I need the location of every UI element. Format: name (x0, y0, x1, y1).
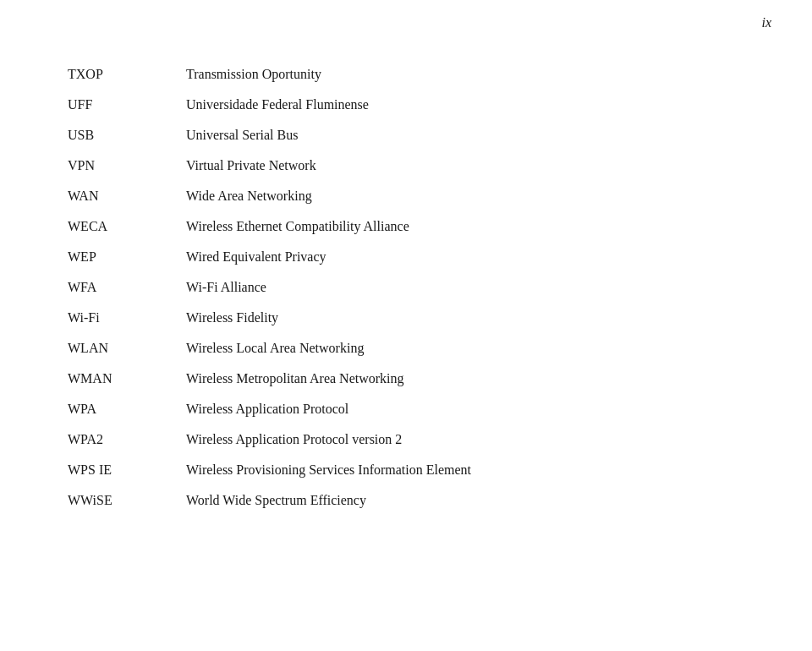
acronym-definition: Wireless Ethernet Compatibility Alliance (186, 211, 744, 242)
table-row: WANWide Area Networking (68, 181, 744, 211)
table-row: WMANWireless Metropolitan Area Networkin… (68, 364, 744, 394)
acronym-abbr: TXOP (68, 59, 186, 90)
table-row: WLANWireless Local Area Networking (68, 333, 744, 364)
acronym-abbr: WPA2 (68, 424, 186, 455)
table-row: WPS IEWireless Provisioning Services Inf… (68, 455, 744, 485)
acronym-definition: Universal Serial Bus (186, 120, 744, 150)
acronym-abbr: WEP (68, 242, 186, 272)
acronym-definition: Wired Equivalent Privacy (186, 242, 744, 272)
acronym-abbr: WMAN (68, 364, 186, 394)
acronym-abbr: WPS IE (68, 455, 186, 485)
acronym-abbr: USB (68, 120, 186, 150)
acronym-abbr: WLAN (68, 333, 186, 364)
acronym-definition: Wide Area Networking (186, 181, 744, 211)
acronym-abbr: WPA (68, 394, 186, 424)
acronym-definition: Wireless Provisioning Services Informati… (186, 455, 744, 485)
acronym-abbr: Wi-Fi (68, 303, 186, 333)
main-content: TXOPTransmission OportunityUFFUniversida… (0, 0, 812, 566)
table-row: WECAWireless Ethernet Compatibility Alli… (68, 211, 744, 242)
acronym-definition: Wireless Fidelity (186, 303, 744, 333)
acronym-table: TXOPTransmission OportunityUFFUniversida… (68, 59, 744, 516)
table-row: WPA2Wireless Application Protocol versio… (68, 424, 744, 455)
acronym-definition: Wireless Application Protocol (186, 394, 744, 424)
table-row: WEPWired Equivalent Privacy (68, 242, 744, 272)
acronym-definition: Universidade Federal Fluminense (186, 90, 744, 120)
table-row: WPAWireless Application Protocol (68, 394, 744, 424)
acronym-definition: Virtual Private Network (186, 150, 744, 181)
acronym-abbr: WWiSE (68, 485, 186, 516)
acronym-definition: Wireless Application Protocol version 2 (186, 424, 744, 455)
acronym-definition: Wireless Metropolitan Area Networking (186, 364, 744, 394)
acronym-abbr: WECA (68, 211, 186, 242)
table-row: WFAWi-Fi Alliance (68, 272, 744, 303)
acronym-definition: Wireless Local Area Networking (186, 333, 744, 364)
page-number: ix (761, 15, 771, 30)
acronym-abbr: WFA (68, 272, 186, 303)
acronym-abbr: UFF (68, 90, 186, 120)
acronym-definition: Transmission Oportunity (186, 59, 744, 90)
table-row: Wi-FiWireless Fidelity (68, 303, 744, 333)
table-row: TXOPTransmission Oportunity (68, 59, 744, 90)
acronym-definition: Wi-Fi Alliance (186, 272, 744, 303)
acronym-definition: World Wide Spectrum Efficiency (186, 485, 744, 516)
table-row: USBUniversal Serial Bus (68, 120, 744, 150)
table-row: WWiSEWorld Wide Spectrum Efficiency (68, 485, 744, 516)
table-row: VPNVirtual Private Network (68, 150, 744, 181)
acronym-abbr: WAN (68, 181, 186, 211)
acronym-abbr: VPN (68, 150, 186, 181)
table-row: UFFUniversidade Federal Fluminense (68, 90, 744, 120)
